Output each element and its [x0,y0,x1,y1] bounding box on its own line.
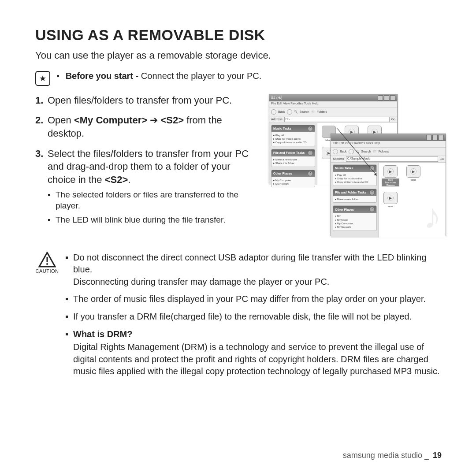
address-field[interactable]: H:\ [284,117,390,122]
task-item[interactable]: My Network [335,225,375,229]
note-body: Connect the player to your PC. [141,71,261,81]
minimize-icon[interactable] [426,135,431,140]
before-you-start-note: ★ Before you start - Connect the player … [35,70,445,86]
forward-icon[interactable] [349,149,354,154]
window-titlebar [331,134,446,141]
step-3-text-c: . [128,174,130,185]
drm-question: What is DRM? [73,329,132,339]
caution-item-1: Do not disconnect the direct connect USB… [65,252,445,288]
explorer-illustration: S2 (H:) File Edit View Favorites Tools H… [269,94,445,239]
chevron-icon[interactable]: ˄ [369,207,375,212]
file-folder-tasks-header[interactable]: File and Folder Tasks˄ [333,189,376,196]
menu-bar[interactable]: File Edit View Favorites Tools Help [331,141,446,148]
menu-bar[interactable]: File Edit View Favorites Tools Help [269,101,397,108]
page-footer: samsung media studio _ 19 [343,451,442,460]
task-item[interactable]: My Computer [335,222,375,225]
task-item[interactable]: My [335,214,375,218]
caution-badge: CAUTION [35,252,59,274]
step-3-bold: <S2> [105,174,128,185]
forward-icon[interactable] [287,109,292,115]
address-bar[interactable]: Address C:\Sample Music Go [331,156,446,163]
search-icon[interactable]: 🔍 [294,110,298,114]
caution-1-line2: Disconnecting during transfer may damage… [73,277,329,286]
chevron-icon[interactable]: ˄ [369,190,375,195]
file-label: wma [382,205,399,208]
task-item[interactable]: Play all [273,134,313,137]
note-lead: Before you start - [66,71,141,81]
file-label: wma [405,178,422,181]
step-3-sub-1: The selected folders or files are transf… [48,189,261,212]
note-text: Before you start - Connect the player to… [56,70,261,82]
explorer-window-source: File Edit View Favorites Tools Help Back… [331,134,446,236]
caution-label: CAUTION [35,268,59,274]
file-item[interactable]: wma [405,165,422,186]
search-label: Search [300,110,309,113]
back-icon[interactable] [333,149,338,154]
caution-item-drm: What is DRM? Digital Rights Management (… [65,328,445,378]
task-item[interactable]: Shop for music online [335,177,375,180]
music-tasks-header[interactable]: Music Tasks˄ [271,125,315,132]
file-area[interactable]: Blue Mountain Breeze wma wma ♪ [379,163,446,238]
window-buttons [426,135,444,140]
media-file-icon [383,192,398,204]
task-item[interactable]: Shop for music online [273,137,313,141]
caution-item-2: The order of music files displayed in yo… [65,293,445,305]
toolbar[interactable]: Back 🔍Search 📁Folders [331,148,446,156]
task-item[interactable]: My Network [273,182,313,186]
maximize-icon[interactable] [432,135,438,140]
task-item[interactable]: Copy all items to audio CD [335,180,375,184]
step-1-text: Open files/folders to transfer from your… [48,95,232,106]
folders-label: Folders [379,150,389,153]
step-2-arrow: ➔ [147,115,160,126]
task-item[interactable]: My Music [335,218,375,222]
music-note-watermark-icon: ♪ [424,199,441,234]
chevron-icon[interactable]: ˄ [308,126,313,131]
window-title: S2 (H:) [271,96,282,100]
file-item[interactable]: wma [382,192,399,208]
music-tasks-header[interactable]: Music Tasks˄ [333,165,376,172]
task-item[interactable]: Share this folder [273,161,313,165]
task-item[interactable]: Play all [335,173,375,177]
drm-body: Digital Rights Management (DRM) is a tec… [73,341,445,378]
address-field[interactable]: C:\Sample Music [346,156,438,162]
window-titlebar: S2 (H:) [269,94,397,101]
window-buttons [378,95,395,100]
go-icon[interactable]: Go [391,118,395,121]
back-icon[interactable] [271,109,276,115]
folders-icon[interactable]: 📁 [311,110,315,114]
side-tasks-pane: Music Tasks˄ Play all Shop for music onl… [331,163,379,238]
search-icon[interactable]: 🔍 [356,150,360,153]
task-item[interactable]: Make a new folder [273,158,313,161]
go-icon[interactable]: Go [440,157,444,160]
folders-icon[interactable]: 📁 [373,150,377,153]
task-item[interactable]: My Computer [273,178,313,182]
media-file-icon [406,165,420,178]
task-item[interactable]: Make a new folder [335,197,375,201]
close-icon[interactable] [390,95,395,100]
step-2-prefix: Open [48,115,74,126]
step-3-sub-2: The LED will blink blue during the file … [48,214,261,226]
file-folder-tasks-header[interactable]: File and Folder Tasks˄ [271,149,315,156]
other-places-header[interactable]: Other Places˄ [271,170,315,177]
file-label: Blue Mountain Breeze [382,178,399,186]
step-3-text-a: Select the files/folders to transfer fro… [48,148,249,185]
close-icon[interactable] [439,135,444,140]
step-2: Open <My Computer> ➔ <S2> from the deskt… [35,114,261,140]
chevron-icon[interactable]: ˄ [369,166,375,171]
minimize-icon[interactable] [378,95,383,100]
star-icon: ★ [35,71,50,86]
step-2-bold-2: <S2> [160,115,184,126]
chevron-icon[interactable]: ˄ [308,150,313,156]
file-item-selected[interactable]: Blue Mountain Breeze [382,165,399,186]
footer-section: samsung media studio _ [343,451,429,460]
maximize-icon[interactable] [384,95,389,100]
address-label: Address [271,118,283,121]
toolbar[interactable]: Back 🔍Search 📁Folders [269,108,397,116]
address-bar[interactable]: Address H:\ Go [269,116,397,123]
chevron-icon[interactable]: ˄ [308,171,313,176]
media-file-icon [383,165,398,178]
back-label: Back [278,110,285,113]
page-title: USING AS A REMOVABLE DISK [35,26,445,44]
other-places-header[interactable]: Other Places˄ [333,206,376,213]
task-item[interactable]: Copy all items to audio CD [273,141,313,144]
